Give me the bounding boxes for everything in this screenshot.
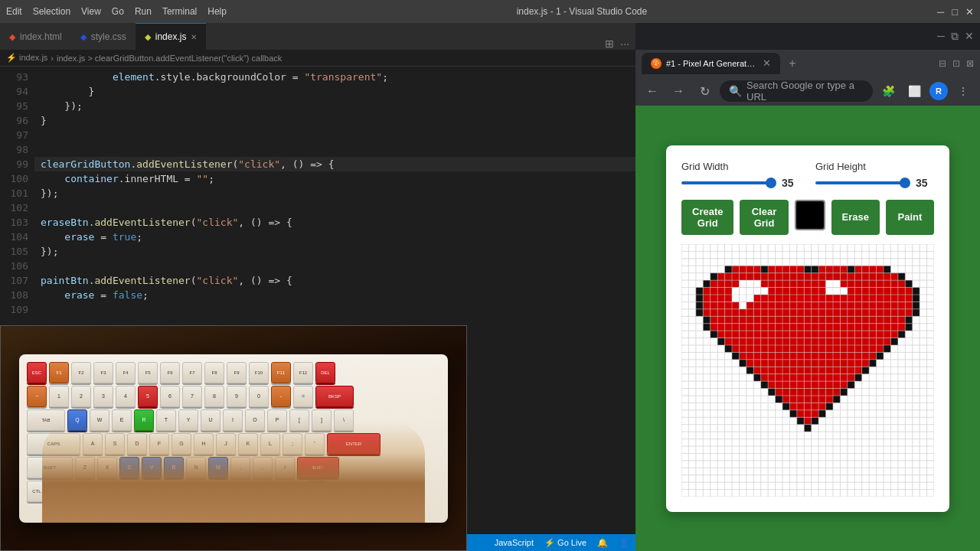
key-6: 6 [160, 386, 180, 407]
forward-button[interactable]: → [668, 80, 689, 102]
browser-minimize[interactable]: ─ [937, 30, 945, 43]
grid-height-thumb[interactable] [900, 178, 910, 188]
pixel-card: Grid Width 35 Grid Height [666, 145, 949, 512]
address-text[interactable]: Search Google or type a URL [746, 80, 864, 103]
grid-width-thumb[interactable] [766, 178, 776, 188]
language-mode[interactable]: JavaScript [495, 538, 534, 548]
hands-overlay [42, 423, 425, 523]
code-line-94: } [34, 84, 635, 99]
tab-style-css[interactable]: ◆ style.css [71, 23, 136, 50]
menu-run[interactable]: Run [135, 6, 152, 17]
key-5: 5 [138, 386, 158, 407]
browser-restore[interactable]: ⧉ [951, 30, 959, 43]
key-4: 4 [116, 386, 136, 407]
key-f4: F4 [116, 362, 136, 383]
maximize-icon[interactable]: ⊡ [952, 58, 960, 69]
clear-grid-button[interactable]: Clear Grid [740, 200, 788, 235]
code-line-104: erase = true; [34, 230, 635, 244]
tab-icons: ⊞ ··· [605, 37, 635, 50]
minimize-icon[interactable]: ⊟ [939, 58, 946, 69]
new-tab-button[interactable]: + [783, 54, 802, 73]
paint-button[interactable]: Paint [886, 200, 934, 235]
browser-tab-label: #1 - Pixel Art Generator | Asmr... [666, 59, 758, 68]
site-icon: 🔍 [729, 85, 742, 97]
profile-button[interactable]: R [929, 82, 948, 100]
pixel-grid-container [681, 244, 934, 497]
code-line-101: }); [34, 186, 635, 201]
breadcrumb: ⚡ index.js › index.js > clearGridButton.… [0, 50, 635, 67]
editor-area: ◆ index.html ◆ style.css ◆ index.js ✕ ⊞ … [0, 23, 635, 551]
breadcrumb-file[interactable]: ⚡ index.js [6, 53, 47, 63]
menu-selection[interactable]: Selection [33, 6, 70, 17]
keyboard-row-2: ~ 1 2 3 4 5 6 7 8 9 0 - [27, 386, 440, 407]
split-editor-icon[interactable]: ⊞ [605, 37, 614, 50]
key-2: 2 [71, 386, 91, 407]
browser-tabs-controls: ⊟ ⊡ ⊠ [939, 58, 974, 69]
grid-height-slider[interactable] [815, 181, 910, 184]
key-f1: F1 [49, 362, 69, 383]
code-line-99: clearGridButton.addEventListener("click"… [34, 157, 635, 171]
menu-help[interactable]: Help [207, 6, 227, 17]
bookmark-button[interactable]: ⬜ [903, 80, 925, 102]
menu-edit[interactable]: Edit [6, 6, 22, 17]
browser-tab-close[interactable]: ✕ [763, 57, 771, 69]
vscode-titlebar: Edit Selection View Go Run Terminal Help… [0, 0, 980, 23]
code-line-103: eraseBtn.addEventListener("click", () =>… [34, 215, 635, 230]
create-grid-button[interactable]: Create Grid [681, 200, 733, 235]
browser-tab-pixel-art[interactable]: 🎨 #1 - Pixel Art Generator | Asmr... ✕ [642, 53, 780, 74]
code-line-107: paintBtn.addEventListener("click", () =>… [34, 273, 635, 288]
keyboard-image: ESC F1 F2 F3 F4 F5 F6 F7 F8 F9 F10 [1, 326, 466, 550]
erase-button[interactable]: Erase [831, 200, 880, 235]
grid-width-group: Grid Width 35 [681, 161, 800, 189]
code-line-97 [34, 128, 635, 142]
key-1: 1 [49, 386, 69, 407]
minimize-button[interactable]: ─ [937, 6, 944, 18]
person-icon[interactable]: 👤 [619, 538, 629, 548]
key-f11: F11 [271, 362, 291, 383]
key-f5: F5 [138, 362, 158, 383]
tab-index-js[interactable]: ◆ index.js ✕ [136, 23, 207, 50]
pixel-canvas[interactable] [681, 244, 934, 497]
grid-width-label: Grid Width [681, 161, 800, 172]
menu-go[interactable]: Go [112, 6, 124, 17]
key-esc: ESC [27, 362, 47, 383]
grid-width-slider[interactable] [681, 181, 776, 184]
breadcrumb-symbol[interactable]: index.js > clearGridButton.addEventListe… [57, 54, 282, 63]
browser-window-controls: ─ ⧉ ✕ [937, 30, 974, 43]
refresh-button[interactable]: ↻ [694, 80, 715, 102]
menu-view[interactable]: View [81, 6, 101, 17]
close-button[interactable]: ✕ [965, 6, 974, 18]
code-line-95: }); [34, 99, 635, 113]
tab-favicon: 🎨 [651, 58, 662, 69]
code-line-106 [34, 259, 635, 273]
code-line-93: element.style.backgroundColor = "transpa… [34, 70, 635, 84]
notification-icon[interactable]: 🔔 [597, 538, 608, 548]
extensions-button[interactable]: 🧩 [877, 80, 899, 102]
window-controls[interactable]: ─ □ ✕ [937, 6, 974, 18]
maximize-button[interactable]: □ [952, 6, 958, 18]
grid-width-slider-row: 35 [681, 177, 800, 189]
key-f3: F3 [93, 362, 113, 383]
address-bar[interactable]: 🔍 Search Google or type a URL [720, 80, 873, 102]
code-line-105: }); [34, 244, 635, 259]
key-f8: F8 [204, 362, 224, 383]
browser-icons-right: 🧩 ⬜ R ⋮ [877, 80, 974, 102]
code-line-98 [34, 142, 635, 157]
menu-terminal[interactable]: Terminal [162, 6, 197, 17]
window-title: index.js - 1 - Visual Studio Code [227, 6, 937, 17]
color-picker[interactable] [795, 200, 825, 230]
buttons-row: Create Grid Clear Grid Erase Paint [681, 200, 934, 235]
back-button[interactable]: ← [642, 80, 663, 102]
browser-close[interactable]: ✕ [965, 30, 974, 43]
tab-close-icon[interactable]: ✕ [191, 33, 197, 41]
go-live-button[interactable]: ⚡ Go Live [544, 538, 586, 548]
close-icon[interactable]: ⊠ [966, 58, 974, 69]
tab-index-html[interactable]: ◆ index.html [0, 23, 71, 50]
key-del: DEL [315, 362, 335, 383]
more-options-button[interactable]: ⋮ [952, 80, 974, 102]
key-plus: = [293, 386, 313, 407]
menu-bar[interactable]: Edit Selection View Go Run Terminal Help [6, 6, 227, 17]
browser-toolbar: ← → ↻ 🔍 Search Google or type a URL 🧩 ⬜ … [635, 77, 980, 106]
more-tabs-icon[interactable]: ··· [620, 37, 629, 50]
grid-width-value: 35 [782, 177, 800, 189]
